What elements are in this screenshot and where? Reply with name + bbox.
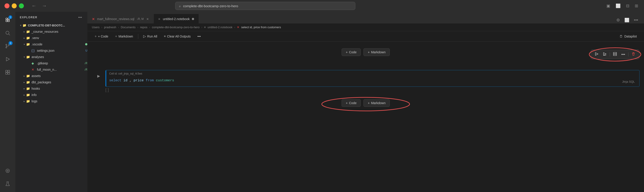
- plus-icon: +: [346, 101, 348, 105]
- breadcrumb-repos[interactable]: repos: [140, 26, 148, 29]
- keyword-select: select: [109, 79, 121, 82]
- sidebar-item-gitkeep[interactable]: ◆ .gitkeep ↓R: [15, 60, 87, 66]
- breadcrumb: Users › pradnesh › Documents › repos › c…: [87, 24, 644, 31]
- sidebar-item-vscode[interactable]: ▾ 📁 .vscode: [15, 41, 87, 47]
- sidebar-item-hooks[interactable]: ▸ 📁 hooks: [15, 85, 87, 92]
- tab-label: mart_fullmoon_reviews.sql: [97, 17, 134, 21]
- add-markdown-label: Markdown: [371, 101, 386, 105]
- svg-point-4: [6, 31, 9, 34]
- tab-notebook[interactable]: ≡ untitled-2.notebook: [154, 14, 198, 24]
- top-add-code-button[interactable]: + Code: [342, 48, 361, 56]
- folder-label: assets: [32, 74, 87, 78]
- breadcrumb-pradnesh[interactable]: pradnesh: [104, 26, 116, 29]
- sidebar-item-venv[interactable]: ▸ 📁 .venv: [15, 35, 87, 41]
- folder-icon: 📁: [26, 93, 30, 97]
- activity-extensions[interactable]: [2, 66, 14, 78]
- file-badge: ↓R: [84, 62, 87, 65]
- svg-rect-22: [614, 54, 616, 56]
- activity-search[interactable]: [2, 27, 14, 39]
- search-bar[interactable]: ⌕ complete-dbt-bootcamp-zero-to-hero: [175, 2, 355, 10]
- close-button[interactable]: [4, 4, 10, 8]
- bottom-add-code-button[interactable]: + Code: [342, 99, 361, 107]
- datapilot-button[interactable]: 🗒 Datapilot: [617, 33, 640, 40]
- layout-custom-button[interactable]: ⊞: [634, 3, 640, 9]
- svg-rect-0: [6, 18, 8, 20]
- svg-point-15: [6, 169, 10, 172]
- run-all-button[interactable]: ▷ Run All: [140, 33, 160, 40]
- sidebar-item-assets[interactable]: ▸ 📁 assets: [15, 73, 87, 79]
- cell-body[interactable]: Cell id: cell_jinja_sql_4r3ws select id …: [106, 70, 640, 87]
- activity-explorer[interactable]: 1: [2, 14, 14, 26]
- tab-mart-sql[interactable]: ✕ mart_fullmoon_reviews.sql ↓R, M ✕: [87, 14, 154, 24]
- activity-flask[interactable]: [2, 178, 14, 190]
- new-file-button[interactable]: •••: [77, 15, 83, 20]
- top-add-cell-row: + Code + Markdown: [87, 46, 644, 59]
- sidebar-item-dbt-packages[interactable]: ▸ 📁 dbt_packages: [15, 79, 87, 85]
- sidebar-item-settings-json[interactable]: { } settings.json U: [15, 47, 87, 54]
- breadcrumb-project[interactable]: complete-dbt-bootcamp-zero-to-hero: [152, 26, 200, 29]
- add-markdown-button[interactable]: + Markdown: [112, 33, 136, 40]
- layout-sidebar-button[interactable]: ▣: [605, 3, 612, 9]
- bottom-add-markdown-button[interactable]: + Markdown: [364, 99, 390, 107]
- split-cell-button[interactable]: [611, 51, 618, 58]
- tree-root-folder[interactable]: ▾ 📁 COMPLETE-DBT-BOOTC...: [15, 22, 87, 29]
- cell-output: [ ]: [92, 88, 640, 92]
- nav-forward-button[interactable]: →: [40, 2, 49, 10]
- search-bar-text: complete-dbt-bootcamp-zero-to-hero: [183, 4, 238, 8]
- more-notebook-actions-button[interactable]: •••: [195, 33, 204, 40]
- folder-label: .vscode: [32, 42, 83, 46]
- folder-label: _course_resources: [32, 30, 87, 33]
- toolbar-separator: [610, 52, 610, 56]
- sidebar-item-info[interactable]: ▸ 📁 info: [15, 92, 87, 98]
- more-icon: •••: [198, 35, 201, 38]
- nav-back-button[interactable]: ←: [30, 2, 38, 10]
- sidebar-item-analyses[interactable]: ▾ 📁 analyses: [15, 54, 87, 60]
- layout-toggle-button[interactable]: ⬜: [614, 3, 622, 9]
- sql-file-icon: ✕: [32, 68, 36, 71]
- sidebar-item-logs[interactable]: ▸ 📁 logs: [15, 98, 87, 104]
- breadcrumb-documents[interactable]: Documents: [121, 26, 136, 29]
- more-actions-button[interactable]: •••: [632, 17, 640, 24]
- breadcrumb-users[interactable]: Users: [92, 26, 100, 29]
- search-icon: ⌕: [179, 4, 181, 8]
- delete-cell-button[interactable]: [630, 51, 637, 58]
- folder-icon: 📁: [26, 42, 30, 46]
- notebook-toolbar: + + Code + Markdown ▷ Run All ≡ Clear Al…: [87, 31, 644, 42]
- activity-source-control[interactable]: 8: [2, 40, 14, 52]
- folder-label: .venv: [32, 36, 87, 40]
- layout-panel-button[interactable]: ⊟: [625, 3, 631, 9]
- folder-icon: 📁: [26, 80, 30, 84]
- plus-icon: +: [346, 50, 348, 54]
- run-above-button[interactable]: [593, 51, 600, 58]
- unsaved-dot-icon: [192, 18, 194, 20]
- sidebar-item-full-moon[interactable]: ✕ full_moon_n... ↓R: [15, 66, 87, 73]
- split-editor-button[interactable]: ⬜: [623, 17, 631, 24]
- svg-rect-2: [6, 20, 8, 22]
- green-dot-icon: [85, 43, 87, 45]
- activity-remote-explorer[interactable]: [2, 165, 14, 177]
- add-code-button[interactable]: + + Code: [92, 33, 111, 40]
- cell-code[interactable]: select id , price from customers: [106, 76, 639, 86]
- activity-bar: 1 8: [0, 12, 15, 192]
- svg-marker-18: [595, 53, 598, 55]
- add-code-label: Code: [349, 50, 356, 54]
- sidebar-item-course-resources[interactable]: ▸ 📁 _course_resources: [15, 29, 87, 35]
- minimize-button[interactable]: [12, 4, 17, 8]
- root-folder-label: COMPLETE-DBT-BOOTC...: [28, 24, 87, 27]
- activity-run[interactable]: [2, 53, 14, 65]
- maximize-button[interactable]: [19, 4, 24, 8]
- settings-gear-button[interactable]: ⚙: [615, 17, 621, 24]
- cell-toolbar-area: •••: [92, 59, 640, 68]
- plus-icon: +: [368, 101, 370, 105]
- breadcrumb-current[interactable]: select id, price from customers: [241, 26, 281, 29]
- svg-rect-13: [6, 72, 8, 74]
- tab-close-button[interactable]: ✕: [146, 17, 149, 21]
- editor-right-actions: ⚙ ⬜ •••: [615, 17, 644, 24]
- more-cell-actions-button[interactable]: •••: [620, 51, 627, 57]
- editor-area: ✕ mart_fullmoon_reviews.sql ↓R, M ✕ ≡ un…: [87, 12, 644, 192]
- run-below-button[interactable]: [601, 51, 608, 58]
- cell-run-button[interactable]: ▶: [95, 72, 102, 79]
- top-add-markdown-button[interactable]: + Markdown: [364, 48, 390, 56]
- breadcrumb-notebook[interactable]: untitled-2.notebook: [208, 26, 232, 29]
- clear-all-outputs-button[interactable]: ≡ Clear All Outputs: [161, 33, 194, 40]
